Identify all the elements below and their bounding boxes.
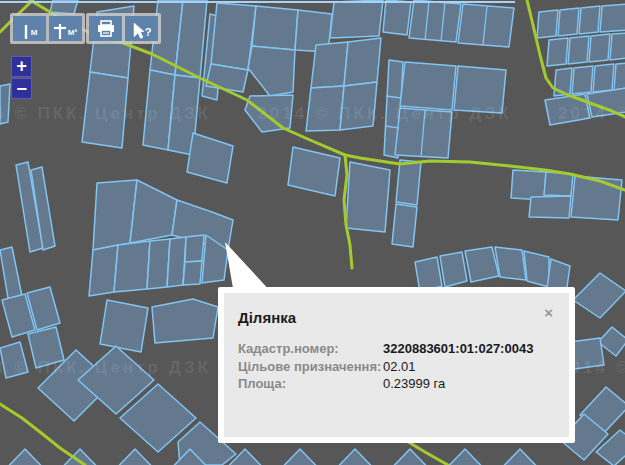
zoom-controls: + − <box>11 56 32 99</box>
parcel[interactable] <box>185 235 204 262</box>
parcel[interactable] <box>325 449 385 465</box>
parcel[interactable] <box>147 239 170 289</box>
zoom-in-button[interactable]: + <box>11 56 32 77</box>
parcel[interactable] <box>568 36 589 64</box>
toolbar-measure-group: М М² <box>10 13 85 44</box>
parcel[interactable] <box>340 82 377 130</box>
row-label: Цільове призначення: <box>238 358 383 376</box>
parcel[interactable] <box>593 64 614 92</box>
identify-label: ? <box>144 27 152 41</box>
parcel[interactable] <box>454 66 506 113</box>
close-icon[interactable]: × <box>544 305 553 320</box>
parcel[interactable] <box>537 10 558 38</box>
parcel[interactable] <box>545 94 590 125</box>
parcel[interactable] <box>465 247 499 282</box>
parcel[interactable] <box>572 66 593 94</box>
measure-length-button[interactable]: М <box>13 16 46 41</box>
parcel[interactable] <box>0 342 28 378</box>
parcel[interactable] <box>245 95 293 132</box>
parcel[interactable] <box>547 38 568 66</box>
parcel[interactable] <box>248 46 295 96</box>
parcel[interactable] <box>252 6 298 50</box>
ruler-line-icon <box>22 23 30 41</box>
parcel[interactable] <box>614 63 625 90</box>
parcel[interactable] <box>409 0 461 42</box>
parcel-info-popup: × Ділянка Кадастр.номер: 3220883601:01:0… <box>218 287 575 443</box>
popup-row-area: Площа: 0.23999 га <box>238 375 569 393</box>
parcel[interactable] <box>495 247 526 280</box>
parcel[interactable] <box>330 0 383 38</box>
zoom-out-button[interactable]: − <box>11 78 32 99</box>
parcel[interactable] <box>589 34 610 62</box>
map-viewport: 4 © ПКК. Центр ДЗК 2014 © ПКК. Центр ДЗК… <box>0 0 625 465</box>
parcel[interactable] <box>396 160 421 205</box>
cursor-arrow-icon <box>132 22 144 41</box>
toolbar-tools-group: ? <box>86 13 161 44</box>
parcel[interactable] <box>28 327 64 368</box>
parcel[interactable] <box>383 0 411 35</box>
row-label: Площа: <box>238 375 383 393</box>
parcel[interactable] <box>558 8 579 36</box>
parcel[interactable] <box>579 6 600 34</box>
parcel[interactable] <box>600 4 625 32</box>
parcel[interactable] <box>400 62 456 110</box>
area-value: 0.23999 га <box>383 375 445 393</box>
parcel[interactable] <box>187 133 233 183</box>
parcel[interactable] <box>0 84 10 124</box>
parcel[interactable] <box>152 299 218 343</box>
cross-icon <box>54 23 67 41</box>
popup-row-cadastral-number: Кадастр.номер: 3220883601:01:027:0043 <box>238 340 569 358</box>
measure-area-label: М² <box>67 29 77 41</box>
popup-title: Ділянка <box>238 309 569 326</box>
parcel[interactable] <box>524 251 549 287</box>
measure-area-button[interactable]: М² <box>49 16 82 41</box>
parcel[interactable] <box>105 449 165 465</box>
parcel[interactable] <box>0 449 55 465</box>
parcel[interactable] <box>306 86 344 131</box>
printer-icon <box>96 20 116 38</box>
parcel[interactable] <box>270 449 330 465</box>
parcel[interactable] <box>544 172 573 196</box>
popup-row-purpose: Цільове призначення: 02.01 <box>238 358 569 376</box>
parcel[interactable] <box>490 449 550 465</box>
parcel[interactable] <box>440 252 467 287</box>
parcel[interactable] <box>82 72 128 148</box>
parcel[interactable] <box>114 241 150 292</box>
print-button[interactable] <box>89 16 122 41</box>
parcel[interactable] <box>392 204 417 247</box>
parcel[interactable] <box>511 170 546 200</box>
parcel[interactable] <box>346 162 390 232</box>
parcel[interactable] <box>288 147 340 196</box>
parcel[interactable] <box>344 38 381 86</box>
parcel[interactable] <box>529 196 571 218</box>
parcel[interactable] <box>570 338 604 369</box>
identify-button[interactable]: ? <box>125 16 158 41</box>
row-label: Кадастр.номер: <box>238 340 383 358</box>
parcel[interactable] <box>100 300 148 352</box>
popup-rows: Кадастр.номер: 3220883601:01:027:0043 Ці… <box>238 340 569 393</box>
parcel[interactable] <box>183 261 202 285</box>
measure-length-label: М <box>30 29 38 41</box>
parcel[interactable] <box>130 180 177 243</box>
parcel[interactable] <box>610 33 625 60</box>
parcel[interactable] <box>573 273 625 318</box>
parcel[interactable] <box>571 176 622 220</box>
parcel[interactable] <box>311 42 348 88</box>
purpose-value: 02.01 <box>383 358 416 376</box>
cadastral-number-value: 3220883601:01:027:0043 <box>383 340 533 358</box>
